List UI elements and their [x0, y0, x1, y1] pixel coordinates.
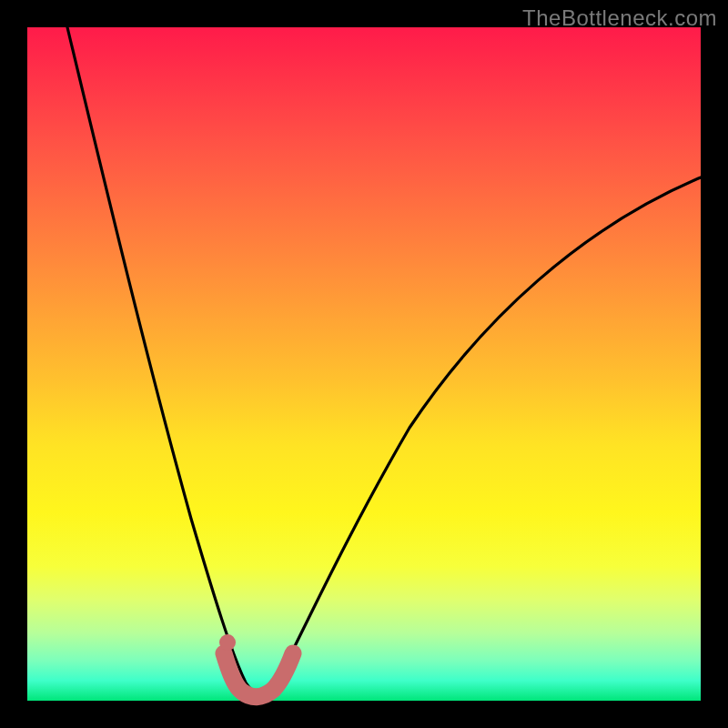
chart-area: [27, 27, 701, 701]
highlight-dot-icon: [219, 634, 236, 651]
bottleneck-minimum-band: [224, 653, 293, 697]
bottleneck-curve: [67, 27, 701, 694]
chart-svg: [27, 27, 701, 701]
watermark-text: TheBottleneck.com: [522, 5, 717, 31]
